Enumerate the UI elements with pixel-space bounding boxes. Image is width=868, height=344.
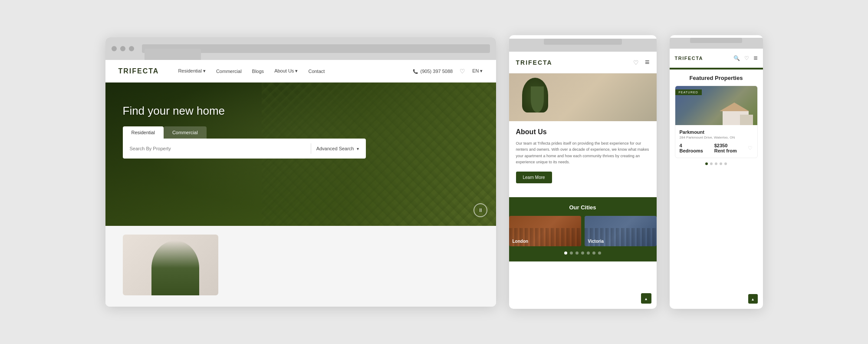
property-house-illustration — [718, 103, 753, 125]
property-heart-icon[interactable]: ♡ — [748, 145, 753, 151]
nav-lang[interactable]: EN ▾ — [472, 68, 483, 74]
tablet-about-text: Our team at Trifecta prides itself on pr… — [516, 140, 650, 165]
dot-6[interactable] — [592, 251, 595, 255]
mobile-menu-icon[interactable]: ≡ — [753, 54, 757, 62]
mobile-dot-4[interactable] — [720, 162, 722, 165]
nav-item-about[interactable]: About Us ▾ — [274, 68, 298, 74]
pause-icon: ⏸ — [478, 207, 483, 213]
nav-item-contact[interactable]: Contact — [308, 69, 325, 74]
card-thumbnail — [123, 235, 218, 295]
search-tabs: Residential Commercial — [123, 126, 479, 139]
nav-item-residential[interactable]: Residential ▾ — [178, 68, 205, 74]
search-bar: Advanced Search — [123, 139, 366, 159]
property-details: 4 Bedrooms $2350 Rent from ♡ — [680, 143, 753, 153]
tablet-nav-right: ♡ ≡ — [633, 58, 650, 67]
tablet-hero-image — [509, 73, 657, 121]
nav-logo: TRIFECTA — [118, 67, 159, 75]
dot-7[interactable] — [598, 251, 601, 255]
mobile-scroll-top-icon: ▴ — [752, 297, 754, 301]
mobile-logo: TRIFECTA — [675, 56, 704, 61]
nav-item-commercial[interactable]: Commercial — [216, 69, 242, 74]
pause-button[interactable]: ⏸ — [473, 203, 487, 217]
tablet-browser-chrome — [509, 39, 657, 52]
mobile-nav: TRIFECTA 🔍 ♡ ≡ — [670, 49, 763, 68]
house-garage — [740, 115, 753, 125]
advanced-search-button[interactable]: Advanced Search — [316, 146, 359, 151]
mobile-featured-title: Featured Properties — [675, 75, 758, 81]
tab-commercial[interactable]: Commercial — [164, 126, 207, 139]
tablet-content: About Us Our team at Trifecta prides its… — [509, 121, 657, 197]
tab-residential[interactable]: Residential — [123, 126, 164, 139]
cities-section: Our Cities London Victoria — [509, 197, 657, 261]
city-card-victoria[interactable]: Victoria — [585, 216, 657, 246]
search-divider — [311, 143, 311, 154]
mobile-browser-chrome — [670, 38, 763, 49]
mobile-scroll-top-button[interactable]: ▴ — [748, 294, 758, 304]
tablet-carousel-dots — [509, 251, 657, 255]
tablet-logo: TRIFECTA — [516, 59, 552, 66]
mobile-dot-5[interactable] — [724, 162, 727, 165]
hero-content: Find your new home Residential Commercia… — [105, 83, 496, 172]
mobile-dot-3[interactable] — [715, 162, 717, 165]
site-nav: TRIFECTA Residential ▾ Commercial Blogs … — [105, 60, 496, 83]
mobile-heart-icon[interactable]: ♡ — [744, 55, 749, 61]
phone-icon — [413, 69, 418, 74]
cities-title: Our Cities — [509, 204, 657, 211]
mobile-search-icon[interactable]: 🔍 — [733, 55, 740, 61]
browser-tab[interactable] — [145, 49, 201, 60]
tablet-nav: TRIFECTA ♡ ≡ — [509, 52, 657, 73]
property-address: 284 Parkmount Drive, Waterloo, ON — [680, 136, 753, 139]
cities-grid: London Victoria — [509, 216, 657, 246]
tablet-about-title: About Us — [516, 128, 650, 136]
property-name: Parkmount — [680, 129, 753, 135]
featured-badge: FEATURED — [675, 89, 702, 95]
card-thumb-plant — [151, 241, 199, 295]
house-roof — [720, 103, 749, 111]
desktop-bottom-section — [105, 226, 496, 307]
nav-phone: (905) 397 5088 — [413, 69, 453, 74]
city-card-london[interactable]: London — [509, 216, 581, 246]
property-info: Parkmount 284 Parkmount Drive, Waterloo,… — [675, 125, 757, 158]
property-card: FEATURED Parkmount 284 Parkmount Drive, … — [675, 86, 758, 158]
mobile-address-bar — [690, 38, 742, 43]
property-image: FEATURED — [675, 86, 757, 125]
browser-dot-red — [112, 46, 117, 51]
scroll-top-icon — [645, 296, 647, 301]
tablet-menu-icon[interactable]: ≡ — [645, 58, 650, 67]
property-price: $2350 Rent from — [714, 143, 737, 153]
search-input[interactable] — [130, 146, 306, 151]
nav-item-blogs[interactable]: Blogs — [252, 69, 264, 74]
tablet-mockup: TRIFECTA ♡ ≡ About Us Our team at Trifec… — [509, 35, 657, 309]
tablet-scroll-top-button[interactable] — [641, 293, 651, 304]
dot-4[interactable] — [581, 251, 584, 255]
dot-3[interactable] — [575, 251, 579, 255]
mobile-mockup: TRIFECTA 🔍 ♡ ≡ Featured Properties FEATU… — [670, 35, 763, 309]
mobile-content: Featured Properties FEATURED Parkmount 2… — [670, 69, 763, 170]
city-label-victoria: Victoria — [588, 239, 604, 244]
dot-5[interactable] — [587, 251, 590, 255]
mobile-carousel-dots — [675, 162, 758, 165]
tablet-heart-icon[interactable]: ♡ — [633, 59, 639, 66]
nav-right: (905) 397 5088 ♡ EN ▾ — [413, 68, 483, 75]
nav-heart-icon[interactable]: ♡ — [460, 68, 465, 75]
dot-2[interactable] — [570, 251, 573, 255]
desktop-mockup: TRIFECTA Residential ▾ Commercial Blogs … — [105, 37, 496, 307]
hero-title: Find your new home — [123, 104, 479, 118]
hero-section: Find your new home Residential Commercia… — [105, 83, 496, 226]
browser-dot-yellow — [120, 46, 125, 51]
mobile-dot-2[interactable] — [710, 162, 713, 165]
learn-more-button[interactable]: Learn More — [516, 172, 552, 183]
mobile-nav-right: 🔍 ♡ ≡ — [733, 54, 757, 62]
tablet-address-bar — [544, 39, 622, 45]
dot-1[interactable] — [564, 251, 567, 255]
mobile-dot-1[interactable] — [705, 162, 708, 165]
browser-dot-green — [129, 46, 134, 51]
city-label-london: London — [513, 239, 529, 244]
chevron-down-icon — [357, 146, 359, 151]
property-bedrooms: 4 Bedrooms — [680, 143, 703, 153]
